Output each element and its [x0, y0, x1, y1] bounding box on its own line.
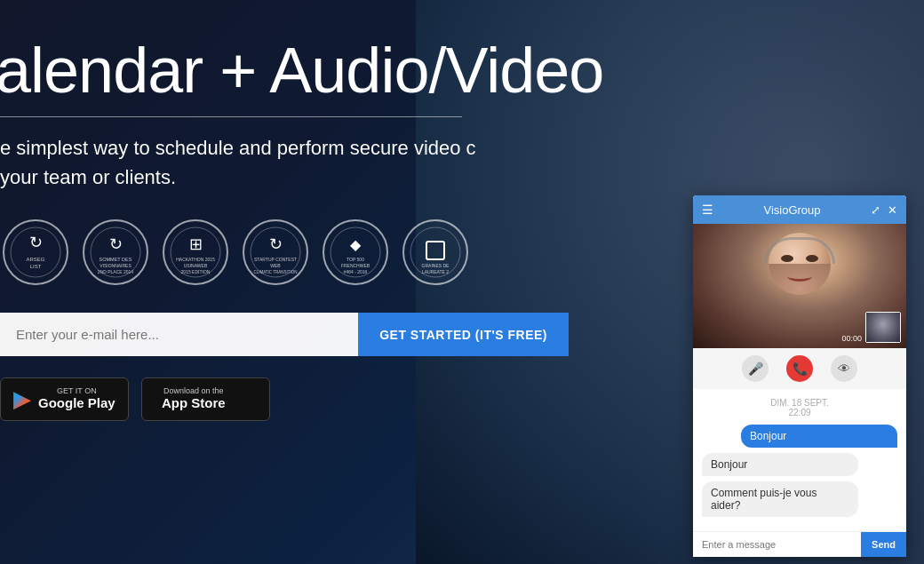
svg-text:↻: ↻ [109, 235, 123, 253]
chat-messages: DIM. 18 SEPT. 22:09 Bonjour Bonjour Comm… [693, 389, 906, 531]
hangup-button[interactable]: 📞 [786, 355, 813, 382]
svg-text:2ND PLACE 2014: 2ND PLACE 2014 [98, 269, 134, 274]
svg-text:HACKATHON 2015: HACKATHON 2015 [176, 257, 215, 262]
svg-text:#464 - 2016: #464 - 2016 [344, 269, 368, 274]
close-icon[interactable]: ✕ [888, 203, 897, 217]
svg-text:2015 EDITION: 2015 EDITION [181, 269, 211, 274]
sub-heading: e simplest way to schedule and perform s… [0, 133, 569, 192]
chat-video-area: 00:00 [693, 224, 906, 348]
svg-text:ARSEG: ARSEG [26, 257, 44, 262]
cta-row: GET STARTED (IT'S FREE) [0, 313, 569, 356]
chat-message-sent-1: Bonjour [741, 425, 897, 448]
cta-button[interactable]: GET STARTED (IT'S FREE) [358, 313, 569, 356]
chat-header-actions: ⤢ ✕ [871, 203, 897, 217]
svg-text:LIST: LIST [30, 264, 42, 269]
google-play-text: GET IT ON Google Play [38, 387, 116, 411]
chat-title: VisioGroup [763, 203, 820, 217]
video-thumbnail [865, 312, 901, 343]
badge-1: ↻ ARSEG LIST [0, 217, 71, 288]
svg-text:↻: ↻ [269, 235, 283, 253]
app-store-button[interactable]: Download on the App Store [141, 377, 270, 421]
svg-text:WEB: WEB [270, 263, 281, 268]
chat-input[interactable] [693, 532, 861, 557]
hamburger-icon: ☰ [702, 203, 713, 217]
app-store-text: Download on the App Store [162, 387, 226, 411]
svg-text:STARTUP CONTEST: STARTUP CONTEST [254, 257, 297, 262]
svg-text:FRENCHWEB: FRENCHWEB [341, 263, 370, 268]
chat-date: DIM. 18 SEPT. 22:09 [702, 398, 897, 417]
svg-text:SOMMET DES: SOMMET DES [100, 257, 132, 262]
video-controls: 🎤 📞 👁 [693, 348, 906, 389]
page-title: alendar + Audio/Video [0, 36, 924, 106]
google-play-label-big: Google Play [38, 395, 116, 411]
video-timer: 00:00 [841, 334, 862, 343]
svg-text:◆: ◆ [350, 237, 362, 252]
email-input[interactable] [0, 313, 358, 356]
svg-text:↻: ↻ [29, 234, 43, 251]
sub-heading-line2: your team or clients. [0, 166, 176, 188]
badge-3: ⊞ HACKATHON 2015 USINAWEB 2015 EDITION [160, 217, 231, 288]
svg-text:USINAWEB: USINAWEB [184, 263, 208, 268]
chat-header: ☰ VisioGroup ⤢ ✕ [693, 195, 906, 224]
svg-point-23 [323, 220, 387, 284]
badge-2: ↻ SOMMET DES VISIONNAIRES 2ND PLACE 2014 [80, 217, 151, 288]
chat-widget: ☰ VisioGroup ⤢ ✕ 00:00 [693, 195, 906, 557]
app-store-label-small: Download on the [162, 387, 226, 395]
badge-6: GRAINES DE LAUREATE 2 [400, 217, 471, 288]
svg-text:CLIMATIC TRANSITION: CLIMATIC TRANSITION [253, 270, 297, 274]
svg-point-29 [403, 220, 467, 284]
app-store-label-big: App Store [162, 395, 226, 411]
badge-5: ◆ TOP 500 FRENCHWEB #464 - 2016 [320, 217, 391, 288]
google-play-icon: ▶ [13, 385, 31, 413]
google-play-label-small: GET IT ON [38, 387, 116, 395]
sub-heading-line1: e simplest way to schedule and perform s… [0, 137, 476, 159]
heading-divider [0, 116, 462, 117]
svg-text:TOP 500: TOP 500 [346, 257, 364, 262]
camera-button[interactable]: 👁 [831, 355, 857, 382]
mute-button[interactable]: 🎤 [742, 355, 769, 382]
chat-message-received-2: Comment puis-je vous aider? [702, 481, 858, 517]
google-play-button[interactable]: ▶ GET IT ON Google Play [0, 377, 129, 421]
svg-text:LAUREATE 2: LAUREATE 2 [422, 269, 449, 274]
chat-message-received-1: Bonjour [702, 453, 858, 476]
chat-input-row: Send [693, 531, 906, 557]
badge-4: ↻ STARTUP CONTEST WEB CLIMATIC TRANSITIO… [240, 217, 311, 288]
send-button[interactable]: Send [861, 532, 906, 557]
svg-point-0 [4, 220, 68, 284]
svg-text:⊞: ⊞ [189, 235, 203, 253]
svg-rect-31 [426, 242, 444, 259]
expand-icon[interactable]: ⤢ [871, 203, 880, 217]
svg-text:GRAINES DE: GRAINES DE [422, 263, 450, 268]
svg-text:VISIONNAIRES: VISIONNAIRES [100, 263, 131, 268]
